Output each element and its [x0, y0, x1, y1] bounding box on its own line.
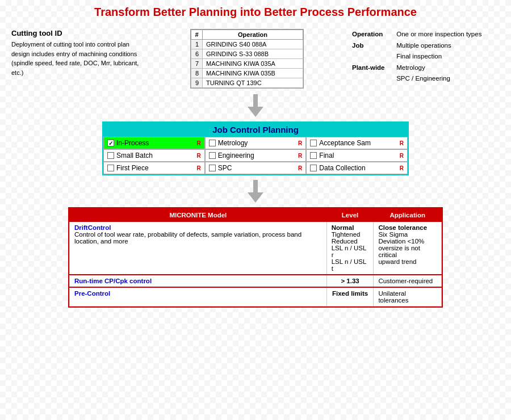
operation-info-row: Operation One or more inspection types: [352, 29, 500, 40]
jcp-cell-label: In-Process: [116, 139, 149, 147]
table-row: 6GRINDING S-33 088B: [191, 49, 303, 59]
arrowhead-2: [248, 192, 263, 203]
op-name: MACHINING KIWA 035A: [203, 59, 303, 69]
cutting-tool-description: Deployment of cutting tool into control …: [11, 40, 142, 77]
op-name: TURNING QT 139C: [203, 78, 303, 88]
job-label: Job: [352, 40, 395, 52]
cutting-tool-heading: Cutting tool ID: [11, 29, 142, 37]
cutting-tool-section: Cutting tool ID Deployment of cutting to…: [11, 29, 142, 77]
level-rest-1: TightenedReducedLSL n / USL rLSL n / USL…: [332, 231, 366, 272]
jcp-cell-metrology[interactable]: MetrologyR: [205, 137, 307, 149]
jcp-r-button[interactable]: R: [196, 140, 200, 146]
op-num: 1: [191, 40, 203, 49]
level-bold-3: Fixed limits: [332, 290, 368, 297]
table-row: 7MACHINING KIWA 035A: [191, 59, 303, 69]
bottom-table: MICRONITE Model Level Application DriftC…: [68, 207, 443, 308]
op-name: GRINDING S-33 088B: [203, 49, 303, 59]
jcp-cell-label: SPC: [218, 164, 232, 172]
jcp-r-button[interactable]: R: [400, 153, 404, 159]
jcp-cell-data-collection[interactable]: Data CollectionR: [306, 162, 408, 174]
jcp-r-button[interactable]: R: [400, 140, 404, 146]
jcp-cell-label: Engineering: [218, 152, 254, 159]
level-cell-2: > 1.33: [326, 275, 374, 287]
jcp-r-button[interactable]: R: [298, 140, 302, 146]
jcp-cell-first-piece[interactable]: First PieceR: [103, 162, 205, 174]
app-cell-2: Customer-required: [374, 275, 442, 287]
plant-wide-label: Plant-wide: [352, 62, 395, 74]
op-num: 6: [191, 49, 203, 59]
jcp-checkbox[interactable]: [209, 152, 216, 159]
right-info-section: Operation One or more inspection types J…: [352, 29, 500, 85]
jcp-r-button[interactable]: R: [298, 165, 302, 171]
job-value-final: Final inspection: [396, 53, 442, 60]
jcp-cell-label: Acceptance Sam: [319, 139, 371, 147]
app-bold-1: Close tolerance: [378, 224, 427, 231]
jcp-checkbox[interactable]: [310, 140, 317, 146]
arrow-1: [6, 94, 505, 117]
operations-table: # Operation 1GRINDING S40 088A6GRINDING …: [190, 29, 304, 89]
jcp-cell-label: First Piece: [116, 164, 149, 172]
jcp-r-button[interactable]: R: [298, 153, 302, 159]
col-application: Application: [374, 209, 442, 222]
jcp-r-button[interactable]: R: [400, 165, 404, 171]
job-info-row2: Final inspection: [352, 51, 500, 62]
table-row: Run-time CP/Cpk control > 1.33 Customer-…: [70, 275, 442, 287]
model-desc-1: Control of tool wear rate, probability o…: [74, 231, 301, 245]
model-name-2: Run-time CP/Cpk control: [74, 278, 152, 284]
app-bold-3: Unilateral tolerances: [378, 290, 408, 304]
jcp-cell-engineering[interactable]: EngineeringR: [205, 149, 307, 162]
op-col-operation: Operation: [203, 30, 303, 40]
op-name: GRINDING S40 088A: [203, 40, 303, 49]
operation-value: One or more inspection types: [396, 31, 481, 37]
jcp-checkbox[interactable]: ✓: [107, 140, 114, 146]
job-info-row: Job Multiple operations: [352, 40, 500, 52]
jcp-cell-small-batch[interactable]: Small BatchR: [103, 149, 205, 162]
arrowhead-1: [248, 107, 263, 117]
jcp-checkbox[interactable]: [310, 165, 317, 171]
job-control-planning: Job Control Planning ✓In-ProcessRMetrolo…: [102, 121, 409, 175]
job-value-multiple: Multiple operations: [396, 42, 451, 49]
level-cell-3: Fixed limits: [326, 287, 374, 306]
table-row: 8MACHINING KIWA 035B: [191, 69, 303, 78]
model-cell-1: DriftControl Control of tool wear rate, …: [70, 222, 327, 275]
level-bold-2: > 1.33: [341, 278, 359, 284]
plant-wide-row2: SPC / Engineering: [352, 73, 500, 85]
jcp-cell-acceptance-sam[interactable]: Acceptance SamR: [306, 137, 408, 149]
jcp-cell-label: Data Collection: [319, 164, 365, 172]
jcp-checkbox[interactable]: [209, 165, 216, 171]
model-cell-3: Pre-Control: [70, 287, 327, 306]
app-cell-1: Close tolerance Six SigmaDeviation <10%o…: [374, 222, 442, 275]
jcp-cell-label: Metrology: [218, 139, 248, 147]
col-level: Level: [326, 209, 374, 222]
plant-wide-value-metrology: Metrology: [396, 64, 425, 71]
model-cell-2: Run-time CP/Cpk control: [70, 275, 327, 287]
jcp-r-button[interactable]: R: [196, 153, 200, 159]
op-num: 9: [191, 78, 203, 88]
jcp-cell-in-process[interactable]: ✓In-ProcessR: [103, 137, 205, 149]
level-bold-1: Normal: [332, 224, 354, 231]
jcp-checkbox[interactable]: [209, 140, 216, 146]
jcp-title: Job Control Planning: [103, 123, 408, 137]
jcp-cell-label: Small Batch: [116, 152, 153, 159]
jcp-checkbox[interactable]: [107, 165, 114, 171]
jcp-r-button[interactable]: R: [196, 165, 200, 171]
jcp-checkbox[interactable]: [107, 152, 114, 159]
op-col-hash: #: [191, 30, 203, 40]
table-row: Pre-Control Fixed limits Unilateral tole…: [70, 287, 442, 306]
arrow-2: [6, 180, 505, 203]
table-row: 1GRINDING S40 088A: [191, 40, 303, 49]
arrow-shaft-2: [253, 180, 258, 192]
op-num: 7: [191, 59, 203, 69]
app-rest-1: Six SigmaDeviation <10%oversize is not c…: [378, 231, 424, 265]
jcp-cell-final[interactable]: FinalR: [306, 149, 408, 162]
col-model: MICRONITE Model: [70, 209, 327, 222]
plant-wide-row: Plant-wide Metrology: [352, 62, 500, 74]
op-num: 8: [191, 69, 203, 78]
jcp-cell-spc[interactable]: SPCR: [205, 162, 307, 174]
model-name-1: DriftControl: [74, 224, 111, 231]
level-cell-1: Normal TightenedReducedLSL n / USL rLSL …: [326, 222, 374, 275]
operation-label: Operation: [352, 29, 395, 40]
jcp-checkbox[interactable]: [310, 152, 317, 159]
table-row: 9TURNING QT 139C: [191, 78, 303, 88]
jcp-cell-label: Final: [319, 152, 334, 159]
